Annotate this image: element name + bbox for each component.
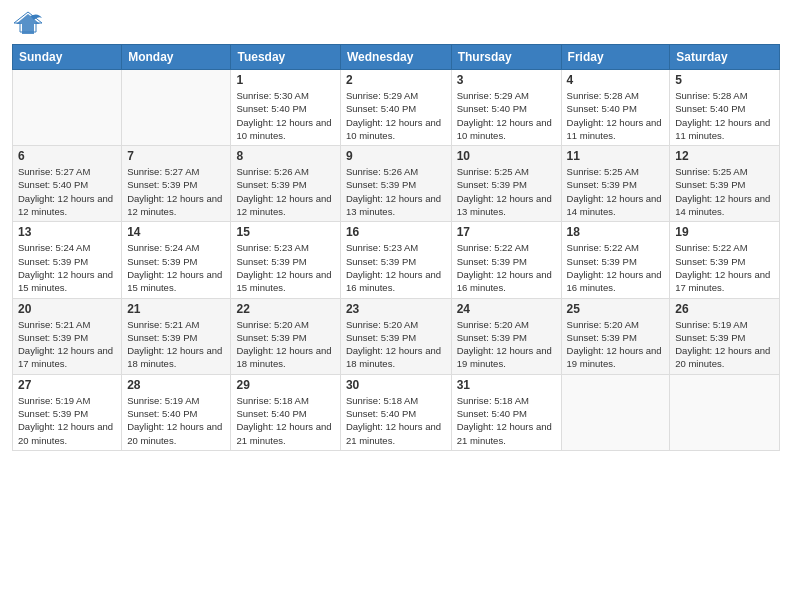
- day-number: 29: [236, 378, 334, 392]
- day-cell: [122, 70, 231, 146]
- day-info: Sunrise: 5:29 AM Sunset: 5:40 PM Dayligh…: [346, 89, 446, 142]
- day-number: 1: [236, 73, 334, 87]
- day-info: Sunrise: 5:19 AM Sunset: 5:40 PM Dayligh…: [127, 394, 225, 447]
- day-number: 20: [18, 302, 116, 316]
- day-cell: 29Sunrise: 5:18 AM Sunset: 5:40 PM Dayli…: [231, 374, 340, 450]
- day-cell: 8Sunrise: 5:26 AM Sunset: 5:39 PM Daylig…: [231, 146, 340, 222]
- day-cell: 22Sunrise: 5:20 AM Sunset: 5:39 PM Dayli…: [231, 298, 340, 374]
- day-cell: 15Sunrise: 5:23 AM Sunset: 5:39 PM Dayli…: [231, 222, 340, 298]
- day-cell: 23Sunrise: 5:20 AM Sunset: 5:39 PM Dayli…: [340, 298, 451, 374]
- day-number: 18: [567, 225, 665, 239]
- day-info: Sunrise: 5:24 AM Sunset: 5:39 PM Dayligh…: [127, 241, 225, 294]
- col-header-friday: Friday: [561, 45, 670, 70]
- week-row-4: 20Sunrise: 5:21 AM Sunset: 5:39 PM Dayli…: [13, 298, 780, 374]
- day-info: Sunrise: 5:29 AM Sunset: 5:40 PM Dayligh…: [457, 89, 556, 142]
- day-cell: 10Sunrise: 5:25 AM Sunset: 5:39 PM Dayli…: [451, 146, 561, 222]
- day-number: 13: [18, 225, 116, 239]
- day-number: 22: [236, 302, 334, 316]
- day-info: Sunrise: 5:19 AM Sunset: 5:39 PM Dayligh…: [675, 318, 774, 371]
- day-info: Sunrise: 5:26 AM Sunset: 5:39 PM Dayligh…: [236, 165, 334, 218]
- day-number: 27: [18, 378, 116, 392]
- day-info: Sunrise: 5:22 AM Sunset: 5:39 PM Dayligh…: [567, 241, 665, 294]
- day-number: 26: [675, 302, 774, 316]
- day-number: 17: [457, 225, 556, 239]
- day-cell: 3Sunrise: 5:29 AM Sunset: 5:40 PM Daylig…: [451, 70, 561, 146]
- day-info: Sunrise: 5:28 AM Sunset: 5:40 PM Dayligh…: [567, 89, 665, 142]
- day-cell: 30Sunrise: 5:18 AM Sunset: 5:40 PM Dayli…: [340, 374, 451, 450]
- day-number: 9: [346, 149, 446, 163]
- day-number: 31: [457, 378, 556, 392]
- col-header-tuesday: Tuesday: [231, 45, 340, 70]
- col-header-monday: Monday: [122, 45, 231, 70]
- logo: [12, 10, 48, 38]
- day-info: Sunrise: 5:27 AM Sunset: 5:39 PM Dayligh…: [127, 165, 225, 218]
- day-number: 7: [127, 149, 225, 163]
- day-info: Sunrise: 5:22 AM Sunset: 5:39 PM Dayligh…: [457, 241, 556, 294]
- day-info: Sunrise: 5:22 AM Sunset: 5:39 PM Dayligh…: [675, 241, 774, 294]
- logo-bird-icon: [12, 10, 44, 38]
- day-cell: 12Sunrise: 5:25 AM Sunset: 5:39 PM Dayli…: [670, 146, 780, 222]
- week-row-1: 1Sunrise: 5:30 AM Sunset: 5:40 PM Daylig…: [13, 70, 780, 146]
- day-number: 28: [127, 378, 225, 392]
- day-cell: 4Sunrise: 5:28 AM Sunset: 5:40 PM Daylig…: [561, 70, 670, 146]
- page: SundayMondayTuesdayWednesdayThursdayFrid…: [0, 0, 792, 612]
- day-info: Sunrise: 5:23 AM Sunset: 5:39 PM Dayligh…: [346, 241, 446, 294]
- day-info: Sunrise: 5:19 AM Sunset: 5:39 PM Dayligh…: [18, 394, 116, 447]
- week-row-5: 27Sunrise: 5:19 AM Sunset: 5:39 PM Dayli…: [13, 374, 780, 450]
- day-info: Sunrise: 5:25 AM Sunset: 5:39 PM Dayligh…: [567, 165, 665, 218]
- day-number: 3: [457, 73, 556, 87]
- day-cell: 13Sunrise: 5:24 AM Sunset: 5:39 PM Dayli…: [13, 222, 122, 298]
- day-info: Sunrise: 5:28 AM Sunset: 5:40 PM Dayligh…: [675, 89, 774, 142]
- day-number: 6: [18, 149, 116, 163]
- calendar: SundayMondayTuesdayWednesdayThursdayFrid…: [12, 44, 780, 451]
- week-row-3: 13Sunrise: 5:24 AM Sunset: 5:39 PM Dayli…: [13, 222, 780, 298]
- day-cell: 31Sunrise: 5:18 AM Sunset: 5:40 PM Dayli…: [451, 374, 561, 450]
- day-cell: 16Sunrise: 5:23 AM Sunset: 5:39 PM Dayli…: [340, 222, 451, 298]
- col-header-saturday: Saturday: [670, 45, 780, 70]
- day-number: 16: [346, 225, 446, 239]
- day-cell: 24Sunrise: 5:20 AM Sunset: 5:39 PM Dayli…: [451, 298, 561, 374]
- day-cell: 11Sunrise: 5:25 AM Sunset: 5:39 PM Dayli…: [561, 146, 670, 222]
- day-info: Sunrise: 5:21 AM Sunset: 5:39 PM Dayligh…: [18, 318, 116, 371]
- day-number: 10: [457, 149, 556, 163]
- day-number: 2: [346, 73, 446, 87]
- day-cell: 1Sunrise: 5:30 AM Sunset: 5:40 PM Daylig…: [231, 70, 340, 146]
- header: [12, 10, 780, 38]
- day-info: Sunrise: 5:23 AM Sunset: 5:39 PM Dayligh…: [236, 241, 334, 294]
- day-info: Sunrise: 5:26 AM Sunset: 5:39 PM Dayligh…: [346, 165, 446, 218]
- day-cell: 7Sunrise: 5:27 AM Sunset: 5:39 PM Daylig…: [122, 146, 231, 222]
- col-header-wednesday: Wednesday: [340, 45, 451, 70]
- day-number: 8: [236, 149, 334, 163]
- day-cell: 28Sunrise: 5:19 AM Sunset: 5:40 PM Dayli…: [122, 374, 231, 450]
- day-info: Sunrise: 5:21 AM Sunset: 5:39 PM Dayligh…: [127, 318, 225, 371]
- day-cell: [670, 374, 780, 450]
- day-number: 30: [346, 378, 446, 392]
- day-number: 12: [675, 149, 774, 163]
- day-info: Sunrise: 5:27 AM Sunset: 5:40 PM Dayligh…: [18, 165, 116, 218]
- day-cell: 27Sunrise: 5:19 AM Sunset: 5:39 PM Dayli…: [13, 374, 122, 450]
- day-number: 23: [346, 302, 446, 316]
- day-info: Sunrise: 5:30 AM Sunset: 5:40 PM Dayligh…: [236, 89, 334, 142]
- day-number: 14: [127, 225, 225, 239]
- day-info: Sunrise: 5:24 AM Sunset: 5:39 PM Dayligh…: [18, 241, 116, 294]
- day-number: 11: [567, 149, 665, 163]
- col-header-sunday: Sunday: [13, 45, 122, 70]
- day-info: Sunrise: 5:25 AM Sunset: 5:39 PM Dayligh…: [457, 165, 556, 218]
- col-header-thursday: Thursday: [451, 45, 561, 70]
- week-row-2: 6Sunrise: 5:27 AM Sunset: 5:40 PM Daylig…: [13, 146, 780, 222]
- day-info: Sunrise: 5:18 AM Sunset: 5:40 PM Dayligh…: [236, 394, 334, 447]
- day-info: Sunrise: 5:20 AM Sunset: 5:39 PM Dayligh…: [236, 318, 334, 371]
- day-number: 25: [567, 302, 665, 316]
- day-cell: 20Sunrise: 5:21 AM Sunset: 5:39 PM Dayli…: [13, 298, 122, 374]
- day-cell: 6Sunrise: 5:27 AM Sunset: 5:40 PM Daylig…: [13, 146, 122, 222]
- day-number: 4: [567, 73, 665, 87]
- day-cell: 25Sunrise: 5:20 AM Sunset: 5:39 PM Dayli…: [561, 298, 670, 374]
- day-number: 21: [127, 302, 225, 316]
- day-cell: 17Sunrise: 5:22 AM Sunset: 5:39 PM Dayli…: [451, 222, 561, 298]
- day-info: Sunrise: 5:20 AM Sunset: 5:39 PM Dayligh…: [346, 318, 446, 371]
- day-cell: 26Sunrise: 5:19 AM Sunset: 5:39 PM Dayli…: [670, 298, 780, 374]
- day-info: Sunrise: 5:20 AM Sunset: 5:39 PM Dayligh…: [457, 318, 556, 371]
- day-cell: [561, 374, 670, 450]
- day-cell: 2Sunrise: 5:29 AM Sunset: 5:40 PM Daylig…: [340, 70, 451, 146]
- day-info: Sunrise: 5:18 AM Sunset: 5:40 PM Dayligh…: [346, 394, 446, 447]
